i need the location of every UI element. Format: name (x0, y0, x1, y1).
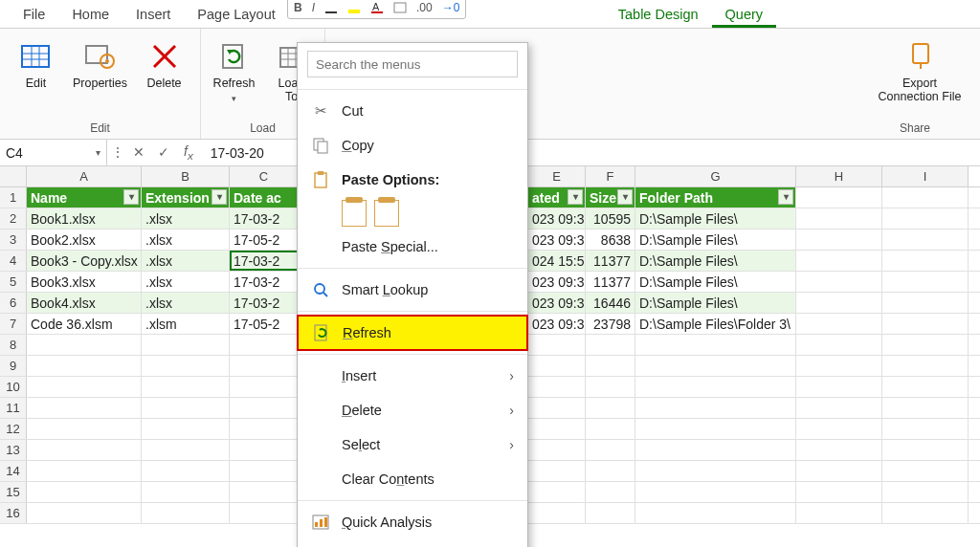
cell[interactable] (27, 377, 142, 397)
cell[interactable]: .xlsx (142, 230, 230, 250)
cell[interactable] (635, 398, 796, 418)
row-header[interactable]: 11 (0, 398, 27, 418)
cell[interactable]: 023 09:30 (528, 272, 586, 292)
cell[interactable] (528, 419, 586, 439)
cell[interactable]: 23798 (586, 314, 635, 334)
cell[interactable] (635, 377, 796, 397)
cell[interactable]: 17-03-2 (230, 272, 299, 292)
cell[interactable]: D:\Sample Files\ (635, 251, 796, 271)
cell[interactable] (230, 482, 299, 502)
cell[interactable]: D:\Sample Files\ (635, 293, 796, 313)
cell[interactable] (882, 398, 969, 418)
col-header-a[interactable]: A (27, 166, 142, 186)
properties-button[interactable]: Properties (65, 36, 136, 94)
cell[interactable] (635, 440, 796, 460)
cell[interactable] (796, 272, 882, 292)
row-header[interactable]: 7 (0, 314, 27, 334)
row-header[interactable]: 5 (0, 272, 27, 292)
header-folder-path[interactable]: Folder Path▾ (635, 187, 796, 208)
cell[interactable] (635, 419, 796, 439)
cell[interactable] (142, 377, 230, 397)
cell[interactable] (528, 503, 586, 523)
cell[interactable] (796, 208, 882, 229)
tab-home[interactable]: Home (58, 1, 122, 28)
name-box[interactable]: C4 ▾ (0, 140, 107, 165)
cell[interactable] (796, 398, 882, 418)
cell[interactable]: 023 09:30 (528, 230, 586, 250)
cell[interactable] (796, 503, 882, 523)
header-size[interactable]: Size▾ (586, 187, 635, 208)
cell[interactable]: .xlsx (142, 293, 230, 313)
cell[interactable]: Book1.xlsx (27, 208, 142, 229)
cell[interactable]: 17-03-2 (230, 208, 299, 229)
confirm-check-icon[interactable]: ✓ (153, 144, 174, 160)
menu-quick-analysis[interactable]: Quick Analysis (298, 505, 527, 539)
cell[interactable]: 17-03-2 (230, 293, 299, 313)
mini-decimal-icon[interactable]: .00 (416, 1, 433, 14)
cell[interactable] (882, 335, 969, 355)
filter-dropdown-icon[interactable]: ▾ (617, 189, 633, 205)
header-created[interactable]: ated▾ (528, 187, 586, 208)
cell[interactable] (528, 461, 586, 481)
cell[interactable] (27, 482, 142, 502)
cell[interactable]: 10595 (586, 208, 635, 229)
row-header[interactable]: 14 (0, 461, 27, 481)
row-header[interactable]: 12 (0, 419, 27, 439)
row-header[interactable]: 8 (0, 335, 27, 355)
menu-cut[interactable]: ✂ Cut (298, 94, 527, 128)
cell[interactable] (528, 440, 586, 460)
cell[interactable] (882, 377, 969, 397)
cell[interactable] (635, 482, 796, 502)
col-header-h[interactable]: H (796, 166, 882, 186)
menu-clear-contents[interactable]: Clear Contents (298, 462, 527, 496)
cell[interactable] (796, 356, 882, 376)
cell[interactable] (528, 335, 586, 355)
menu-delete[interactable]: Delete › (298, 393, 527, 427)
cell[interactable] (528, 377, 586, 397)
cell[interactable] (882, 356, 969, 376)
cell[interactable] (27, 503, 142, 523)
cell[interactable] (882, 230, 969, 250)
cell[interactable]: Book3 - Copy.xlsx (27, 251, 142, 271)
select-all-corner[interactable] (0, 166, 27, 186)
cell[interactable]: 17-05-2 (230, 314, 299, 334)
cell[interactable] (142, 482, 230, 502)
paste-option-1[interactable] (342, 200, 367, 227)
row-header[interactable]: 3 (0, 230, 27, 250)
cell[interactable] (796, 461, 882, 481)
menu-search-input[interactable] (307, 51, 518, 77)
cell[interactable]: .xlsx (142, 272, 230, 292)
cell[interactable] (230, 461, 299, 481)
cell[interactable] (796, 440, 882, 460)
col-header-e[interactable]: E (528, 166, 586, 186)
cell[interactable] (882, 251, 969, 271)
cell[interactable] (586, 440, 635, 460)
cell[interactable]: D:\Sample Files\ (635, 272, 796, 292)
cell[interactable]: D:\Sample Files\ (635, 208, 796, 229)
cell[interactable] (230, 377, 299, 397)
more-dots-icon[interactable]: ⋮ (111, 144, 124, 160)
cell[interactable] (27, 419, 142, 439)
mini-highlight-icon[interactable] (347, 2, 361, 13)
cell[interactable] (796, 293, 882, 313)
menu-refresh[interactable]: Refresh (297, 315, 528, 351)
cell[interactable] (882, 461, 969, 481)
cell[interactable]: Book2.xlsx (27, 230, 142, 250)
tab-query[interactable]: Query (712, 1, 777, 28)
row-header[interactable]: 4 (0, 251, 27, 271)
cell[interactable]: 17-03-2 (230, 251, 299, 271)
header-date[interactable]: Date ac (230, 187, 299, 208)
cell[interactable] (882, 482, 969, 502)
menu-select[interactable]: Select › (298, 427, 527, 462)
row-header[interactable]: 9 (0, 356, 27, 376)
export-connection-button[interactable]: Export Connection File (862, 36, 977, 107)
cell[interactable] (142, 356, 230, 376)
tab-table-design[interactable]: Table Design (605, 1, 712, 28)
cell[interactable] (635, 356, 796, 376)
cell[interactable] (230, 503, 299, 523)
refresh-button[interactable]: Refresh ▾ (206, 36, 263, 107)
row-header[interactable]: 10 (0, 377, 27, 397)
cell[interactable] (882, 293, 969, 313)
row-header[interactable]: 2 (0, 208, 27, 229)
cell[interactable] (882, 503, 969, 523)
